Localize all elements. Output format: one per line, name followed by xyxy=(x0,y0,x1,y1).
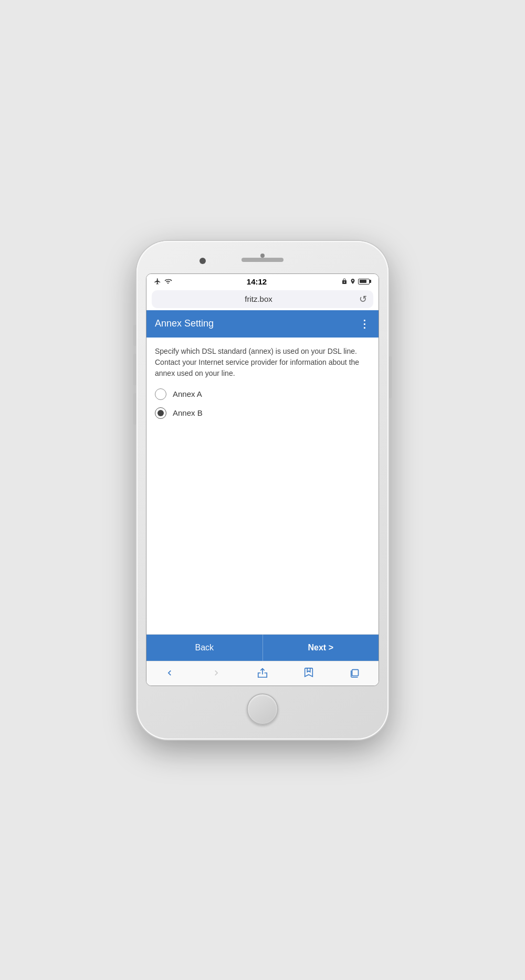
status-right-icons xyxy=(341,278,371,285)
status-time: 14:12 xyxy=(247,277,267,286)
description-text: Specify which DSL standard (annex) is us… xyxy=(155,346,370,379)
status-bar: 14:12 xyxy=(146,274,379,288)
annex-b-radio[interactable] xyxy=(155,407,166,419)
mute-button[interactable] xyxy=(133,325,136,346)
volume-down-button[interactable] xyxy=(133,393,136,425)
annex-b-label: Annex B xyxy=(173,408,203,417)
lock-icon xyxy=(341,278,348,285)
bottom-buttons: Back Next > xyxy=(146,634,379,661)
wifi-icon xyxy=(164,278,172,285)
location-icon xyxy=(350,278,356,285)
volume-up-button[interactable] xyxy=(133,354,136,385)
airplane-icon xyxy=(154,278,161,285)
back-button[interactable]: Back xyxy=(146,635,263,661)
annex-radio-group: Annex A Annex B xyxy=(155,388,370,419)
earpiece-speaker xyxy=(242,258,284,262)
refresh-button[interactable]: ↺ xyxy=(359,293,367,305)
phone-top-bar xyxy=(146,250,379,271)
browser-back-button[interactable] xyxy=(159,666,180,680)
phone-frame: 14:12 fritz.box xyxy=(136,241,388,740)
home-button-area xyxy=(146,686,379,730)
battery-icon xyxy=(358,279,371,284)
annex-b-radio-fill xyxy=(158,410,164,416)
app-header: Annex Setting ⋮ xyxy=(146,310,379,338)
phone-screen: 14:12 fritz.box xyxy=(146,273,379,686)
annex-a-option[interactable]: Annex A xyxy=(155,388,370,400)
safari-nav-bar xyxy=(146,661,379,686)
url-text: fritz.box xyxy=(158,294,359,303)
next-button[interactable]: Next > xyxy=(263,635,379,661)
svg-rect-0 xyxy=(352,669,358,676)
annex-b-option[interactable]: Annex B xyxy=(155,407,370,419)
tabs-button[interactable] xyxy=(345,666,366,680)
front-sensor xyxy=(260,254,265,258)
annex-a-label: Annex A xyxy=(173,389,202,398)
url-bar[interactable]: fritz.box ↺ xyxy=(152,290,373,308)
share-button[interactable] xyxy=(252,666,273,680)
bookmarks-button[interactable] xyxy=(298,666,319,680)
browser-forward-button[interactable] xyxy=(206,666,227,680)
status-left-icons xyxy=(154,278,172,285)
menu-dots-button[interactable]: ⋮ xyxy=(359,318,370,330)
front-camera xyxy=(200,258,206,264)
page-title: Annex Setting xyxy=(155,318,214,329)
content-area: Specify which DSL standard (annex) is us… xyxy=(146,338,379,634)
annex-a-radio[interactable] xyxy=(155,388,166,400)
home-button[interactable] xyxy=(247,693,278,725)
power-button[interactable] xyxy=(389,356,392,398)
